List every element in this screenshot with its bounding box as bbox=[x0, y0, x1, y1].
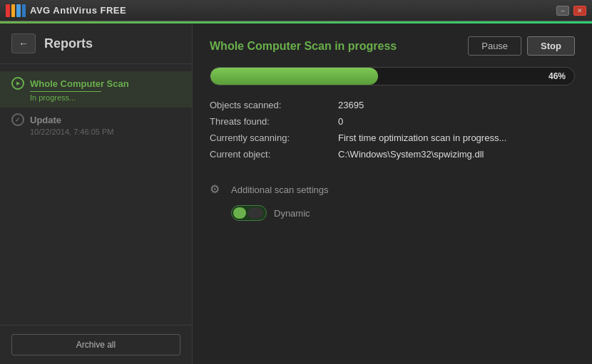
sidebar-items: Whole Computer Scan In progress... Updat… bbox=[0, 64, 192, 325]
stat-row-current-object: Current object: C:\Windows\System32\spwi… bbox=[210, 149, 575, 160]
sidebar-item-header-update: Update bbox=[11, 113, 180, 126]
avg-logo bbox=[6, 4, 26, 17]
toggle-off-part bbox=[247, 207, 263, 219]
sidebar-item-whole-computer-scan[interactable]: Whole Computer Scan In progress... bbox=[0, 71, 192, 108]
sidebar-item-name: Whole Computer Scan bbox=[30, 78, 129, 89]
title-controls: – ✕ bbox=[556, 6, 586, 16]
stat-row-objects: Objects scanned: 23695 bbox=[210, 100, 575, 110]
progress-label: 46% bbox=[548, 71, 566, 81]
progress-bar-fill bbox=[210, 68, 378, 85]
back-button[interactable]: ← bbox=[11, 33, 36, 53]
sidebar-title: Reports bbox=[44, 36, 93, 51]
stat-row-threats: Threats found: 0 bbox=[210, 116, 575, 127]
stat-label-threats: Threats found: bbox=[210, 116, 338, 127]
minimize-button[interactable]: – bbox=[556, 6, 569, 16]
check-icon bbox=[11, 113, 24, 126]
sidebar-item-date: 10/22/2014, 7:46:05 PM bbox=[30, 128, 180, 136]
settings-row: ⚙ Additional scan settings bbox=[210, 182, 575, 197]
play-icon bbox=[11, 77, 24, 90]
main-layout: ← Reports Whole Computer Scan In progres… bbox=[0, 24, 592, 364]
scan-stats: Objects scanned: 23695 Threats found: 0 … bbox=[210, 100, 575, 160]
stat-value-current-object: C:\Windows\System32\spwizimg.dll bbox=[338, 149, 484, 160]
stat-row-currently: Currently scanning: First time optimizat… bbox=[210, 132, 575, 143]
sidebar: ← Reports Whole Computer Scan In progres… bbox=[0, 24, 193, 364]
stat-label-current-object: Current object: bbox=[210, 149, 338, 160]
settings-label: Additional scan settings bbox=[231, 184, 329, 195]
sidebar-item-name-update: Update bbox=[30, 115, 61, 125]
sidebar-footer: Archive all bbox=[0, 325, 192, 364]
scan-title: Whole Computer Scan in progress bbox=[210, 40, 397, 53]
toggle-on-part bbox=[233, 207, 246, 219]
progress-bar-container: 46% bbox=[210, 67, 575, 85]
scan-title-highlight: in progress bbox=[335, 40, 397, 52]
archive-all-button[interactable]: Archive all bbox=[11, 334, 180, 355]
dynamic-toggle[interactable] bbox=[231, 205, 267, 221]
title-bar: AVG AntiVirus FREE – ✕ bbox=[0, 0, 592, 21]
stat-label-objects: Objects scanned: bbox=[210, 100, 338, 110]
title-bar-left: AVG AntiVirus FREE bbox=[6, 4, 126, 17]
gear-icon: ⚙ bbox=[210, 182, 224, 197]
sidebar-item-status: In progress... bbox=[30, 93, 180, 102]
progress-section: 46% bbox=[210, 67, 575, 85]
toggle-label: Dynamic bbox=[274, 208, 310, 219]
stat-value-objects: 23695 bbox=[338, 100, 364, 110]
sidebar-item-update[interactable]: Update 10/22/2014, 7:46:05 PM bbox=[0, 108, 192, 142]
scan-title-start: Whole Computer Scan bbox=[210, 40, 335, 52]
stop-button[interactable]: Stop bbox=[527, 36, 575, 56]
stat-value-currently: First time optimization scan in progress… bbox=[338, 132, 506, 143]
content-header: Whole Computer Scan in progress Pause St… bbox=[210, 36, 575, 56]
content-area: Whole Computer Scan in progress Pause St… bbox=[193, 24, 592, 364]
sidebar-item-header: Whole Computer Scan bbox=[11, 77, 180, 90]
app-title: AVG AntiVirus FREE bbox=[30, 5, 126, 16]
additional-settings: ⚙ Additional scan settings Dynamic bbox=[210, 182, 575, 221]
sidebar-header: ← Reports bbox=[0, 24, 192, 64]
close-button[interactable]: ✕ bbox=[573, 6, 586, 16]
stat-value-threats: 0 bbox=[338, 116, 343, 127]
stat-label-currently: Currently scanning: bbox=[210, 132, 338, 143]
toggle-row: Dynamic bbox=[231, 205, 575, 221]
header-buttons: Pause Stop bbox=[468, 36, 575, 56]
item-underline bbox=[30, 91, 101, 92]
pause-button[interactable]: Pause bbox=[468, 36, 521, 56]
